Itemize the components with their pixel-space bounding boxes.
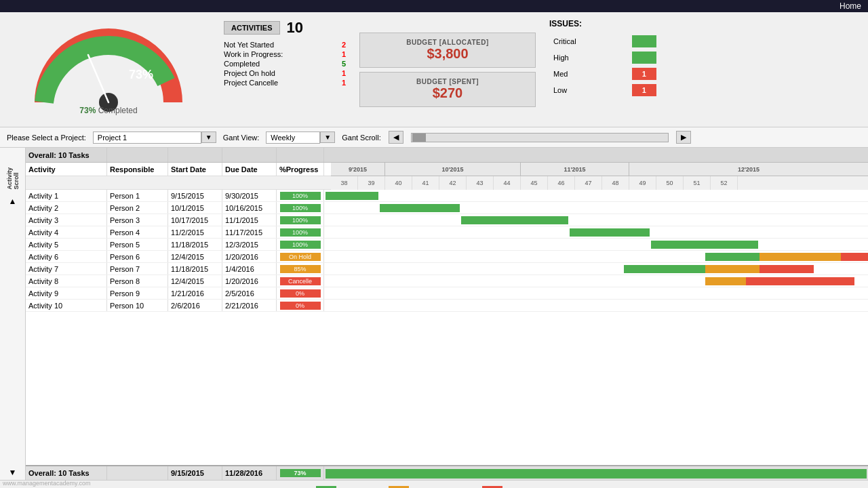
cell-due-3: 11/1/2015 bbox=[222, 214, 277, 226]
table-row: Activity 7 Person 7 11/18/2015 1/4/2016 … bbox=[26, 263, 868, 275]
cell-activity-10: Activity 10 bbox=[26, 300, 107, 311]
cell-progress-7: 85% bbox=[277, 263, 324, 274]
svg-text:73%: 73% bbox=[129, 68, 153, 81]
period-label-2: 11'2015 bbox=[521, 163, 629, 176]
col-activity-header: Activity bbox=[26, 163, 107, 176]
cell-start-8: 12/4/2015 bbox=[168, 275, 222, 287]
cell-progress-4: 100% bbox=[277, 226, 324, 238]
gant-view-group: ▼ bbox=[266, 131, 335, 144]
week-52: 52 bbox=[711, 176, 738, 190]
overall-progress-bar: 73% bbox=[280, 469, 321, 477]
project-input[interactable] bbox=[93, 131, 201, 144]
project-dropdown-btn[interactable]: ▼ bbox=[201, 131, 216, 143]
cell-gantt-2 bbox=[324, 202, 868, 214]
overall-responsible-cell bbox=[107, 466, 168, 480]
activity-row-5: Project Cancelle 1 bbox=[224, 79, 346, 87]
cell-responsible-2: Person 2 bbox=[107, 202, 168, 214]
progress-bar-8: Cancelle bbox=[280, 277, 321, 285]
issues-panel: ISSUES: Critical High Med 1 Low 1 bbox=[542, 12, 719, 127]
progress-bar-6: On Hold bbox=[280, 253, 321, 261]
week-42: 42 bbox=[439, 176, 467, 190]
scroll-right-btn[interactable]: ▶ bbox=[676, 131, 691, 144]
cell-gantt-3 bbox=[324, 214, 868, 226]
scroll-track bbox=[411, 133, 669, 142]
period-label-3: 12'2015 bbox=[629, 163, 868, 176]
period-row: 9'2015 10'2015 11'2015 12'2015 bbox=[331, 163, 868, 176]
scroll-down-btn[interactable]: ▼ bbox=[9, 468, 17, 477]
period-headers: 9'2015 10'2015 11'2015 12'2015 38 39 40 … bbox=[331, 163, 868, 190]
cell-gantt-10 bbox=[324, 300, 868, 311]
cell-activity-5: Activity 5 bbox=[26, 239, 107, 250]
gantt-bar-1 bbox=[326, 192, 378, 200]
gantt-data-rows: Activity 1 Person 1 9/15/2015 9/30/2015 … bbox=[26, 190, 868, 465]
table-row: Activity 3 Person 3 10/17/2015 11/1/2015… bbox=[26, 214, 868, 226]
week-49: 49 bbox=[629, 176, 656, 190]
gantt-scroll-column: ActivityScroll ▲ ▼ bbox=[0, 148, 26, 480]
progress-bar-1: 100% bbox=[280, 192, 321, 200]
scroll-left-btn[interactable]: ◀ bbox=[389, 131, 403, 144]
cell-responsible-8: Person 8 bbox=[107, 275, 168, 287]
cell-responsible-7: Person 7 bbox=[107, 263, 168, 274]
cell-progress-10: 0% bbox=[277, 300, 324, 311]
gantt-overall-bottom: Overall: 10 Tasks 9/15/2015 11/28/2016 7… bbox=[26, 465, 868, 480]
legend-completed: Completed bbox=[316, 486, 375, 489]
gantt-bar-7b bbox=[705, 265, 760, 273]
act-value-1: 2 bbox=[342, 41, 346, 49]
cell-gantt-6 bbox=[324, 251, 868, 262]
col-due-header: Due Date bbox=[222, 163, 277, 176]
gant-view-dropdown-btn[interactable]: ▼ bbox=[320, 131, 335, 143]
scroll-up-btn[interactable]: ▲ bbox=[9, 197, 17, 206]
cell-responsible-6: Person 6 bbox=[107, 251, 168, 262]
gantt-column-headers: Activity Responsible Start Date Due Date… bbox=[26, 163, 868, 190]
cell-responsible-5: Person 5 bbox=[107, 239, 168, 250]
overall-header-progress bbox=[277, 148, 324, 162]
gauge-completed: Completed bbox=[98, 106, 138, 115]
cell-gantt-7 bbox=[324, 263, 868, 274]
issues-title: ISSUES: bbox=[549, 19, 712, 28]
week-44: 44 bbox=[494, 176, 521, 190]
issue-row-med: Med 1 bbox=[551, 66, 711, 81]
activity-row-2: Work in Progress: 1 bbox=[224, 50, 346, 58]
issue-label-high: High bbox=[551, 50, 628, 65]
budget-spent-value: $270 bbox=[366, 85, 530, 101]
cell-activity-1: Activity 1 bbox=[26, 190, 107, 201]
cell-responsible-1: Person 1 bbox=[107, 190, 168, 201]
project-select-group: ▼ bbox=[93, 131, 216, 144]
issue-row-high: High bbox=[551, 50, 711, 65]
watermark-text: www.managementacademy.com bbox=[3, 480, 90, 487]
week-48: 48 bbox=[602, 176, 629, 190]
gant-scroll-label: Gant Scroll: bbox=[342, 134, 380, 142]
overall-gantt-bar bbox=[326, 469, 867, 479]
week-45: 45 bbox=[521, 176, 548, 190]
activities-button[interactable]: ACTIVITIES bbox=[224, 21, 280, 35]
issue-badge-low: 1 bbox=[632, 84, 656, 96]
cell-start-3: 10/17/2015 bbox=[168, 214, 222, 226]
cell-responsible-3: Person 3 bbox=[107, 214, 168, 226]
issue-label-low: Low bbox=[551, 83, 628, 98]
budget-allocated-label: BUDGET [ALLOCATED] bbox=[366, 39, 530, 46]
activities-header: ACTIVITIES 10 bbox=[224, 19, 346, 37]
issues-table: Critical High Med 1 Low 1 bbox=[549, 33, 712, 99]
gant-view-input[interactable] bbox=[266, 131, 320, 144]
week-41: 41 bbox=[412, 176, 439, 190]
gantt-overall-header: Overall: 10 Tasks bbox=[26, 148, 868, 163]
gantt-bar-8c bbox=[800, 277, 854, 285]
cell-due-8: 1/20/2016 bbox=[222, 275, 277, 287]
cell-responsible-9: Person 9 bbox=[107, 287, 168, 299]
cell-progress-1: 100% bbox=[277, 190, 324, 201]
project-selector-label: Please Select a Project: bbox=[7, 134, 86, 142]
home-label[interactable]: Home bbox=[840, 1, 861, 11]
issue-badge-med: 1 bbox=[632, 68, 656, 80]
cell-gantt-8 bbox=[324, 275, 868, 287]
act-value-4: 1 bbox=[342, 69, 346, 77]
gantt-bar-4 bbox=[570, 228, 650, 237]
cell-start-6: 12/4/2015 bbox=[168, 251, 222, 262]
activity-row-3: Completed 5 bbox=[224, 60, 346, 68]
cell-start-10: 2/6/2016 bbox=[168, 300, 222, 311]
legend-green-box bbox=[316, 486, 336, 489]
dashboard-row: 73% 73% Completed ACTIVITIES 10 Not Yet … bbox=[0, 12, 868, 127]
cell-progress-5: 100% bbox=[277, 239, 324, 250]
cell-gantt-5 bbox=[324, 239, 868, 250]
gantt-bar-6b bbox=[760, 253, 841, 261]
cell-activity-3: Activity 3 bbox=[26, 214, 107, 226]
